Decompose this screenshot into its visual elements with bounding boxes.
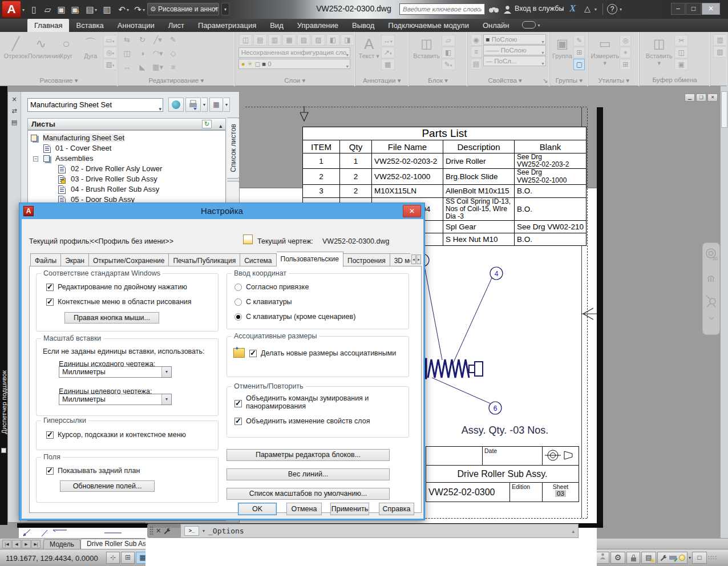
status-tray-bulb-icon[interactable] [679, 555, 685, 561]
tab-user-preferences[interactable]: Пользовательские [277, 252, 344, 267]
snap-priority-radio[interactable] [234, 284, 242, 291]
layer-off-icon[interactable]: ▧ [297, 34, 311, 46]
connect-icon[interactable] [522, 21, 536, 29]
sheet-selections-button[interactable]: ▦ [209, 98, 223, 112]
layer-match-icon[interactable]: ◧ [326, 34, 340, 46]
sheet-set-combo-arrow[interactable]: ▾ [159, 103, 161, 115]
print-dropdown-icon[interactable]: ▾ [201, 98, 208, 112]
source-units-combo[interactable]: Миллиметры▾ [59, 366, 172, 378]
plot-dropdown-icon[interactable]: ▾ [95, 7, 97, 13]
layer-combo[interactable]: ● ☀ ◻ ■ 0▾ [238, 59, 350, 69]
tree-item-sheet-04[interactable]: 04 - Brush Roller Sub Assy [28, 185, 225, 195]
panel-draw-label[interactable]: Рисование ▾ [0, 76, 118, 86]
open-drawing-icon[interactable]: ▱ [42, 4, 53, 15]
drawing-restore-button[interactable]: ❑ [696, 94, 706, 102]
panel-properties-label[interactable]: Свойства ▾ ↘ [468, 76, 550, 86]
hatch-tool-icon[interactable]: ▨▾ [103, 59, 117, 70]
quick-select-icon[interactable]: ⌖ [620, 47, 631, 58]
cut-icon[interactable]: ✂ [674, 35, 688, 46]
command-input-area[interactable]: >_ ▾ _Options ▴ [180, 524, 579, 538]
line-tool[interactable]: ╱Отрезок [3, 33, 28, 71]
ok-button[interactable]: OK [238, 503, 277, 515]
prev-layout-button[interactable]: ◀ [12, 540, 21, 548]
status-menu-arrow-icon[interactable]: ▾ [689, 555, 691, 560]
lock-ui-button[interactable] [626, 552, 640, 564]
recent-commands-arrow-icon[interactable]: ▾ [203, 528, 205, 533]
block-attributes-icon[interactable]: ◧ [442, 47, 455, 58]
status-tray-wrench-icon[interactable] [660, 554, 668, 562]
target-units-combo[interactable]: Миллиметры▾ [59, 394, 172, 405]
field-background-checkbox[interactable] [46, 467, 54, 475]
minimize-button[interactable]: – [671, 3, 685, 15]
table-tool-icon[interactable]: ▦ [381, 59, 395, 70]
move-icon[interactable]: ⇆ [119, 34, 135, 47]
tab-scroll-right-icon[interactable]: ▸ [416, 254, 421, 264]
explode-icon[interactable]: ◇ [165, 47, 181, 61]
layer-state-icon[interactable]: ▤ [253, 34, 267, 46]
dimension-tool-icon[interactable]: ↔▾ [381, 35, 395, 46]
group-selection-toggle-icon[interactable]: ▢ [573, 59, 585, 70]
properties-dialog-launcher-icon[interactable]: ↘ [543, 76, 548, 84]
palette-properties-icon[interactable]: ▤ [8, 119, 21, 126]
navigation-bar[interactable]: 2D [702, 242, 720, 335]
ungroup-icon[interactable]: ⊞ [573, 47, 585, 58]
tree-item-assemblies[interactable]: − Assemblies [28, 154, 225, 164]
lineweight-settings-button[interactable]: Вес линий... [227, 468, 390, 480]
search-icon[interactable] [488, 6, 500, 14]
mirror-icon[interactable]: ◑ [135, 47, 150, 61]
ribbon-tab-home[interactable]: Главная [27, 19, 69, 32]
quick-calc-icon[interactable]: ⊞ [620, 59, 631, 70]
signin-button[interactable]: Вход в службы [515, 5, 564, 13]
undo-icon[interactable]: ↶ [116, 4, 127, 15]
snap-toggle[interactable]: ⊹ [106, 552, 120, 564]
search-input[interactable] [399, 3, 485, 15]
ribbon-tab-plugins[interactable]: Подключаемые модули [381, 19, 476, 32]
model-tab[interactable]: Модель [43, 539, 80, 549]
erase-icon[interactable]: ✎ [165, 34, 181, 47]
measure-tool[interactable]: ▭Измерить ▾ [591, 33, 619, 71]
sheet-list-tab[interactable]: Список листов [227, 118, 240, 179]
tab-scroll-left-icon[interactable]: ◂ [411, 254, 416, 264]
autodesk360-icon[interactable]: △ [584, 4, 591, 13]
overflow-icon-1[interactable]: ▥ [713, 34, 727, 46]
palette-title-strip[interactable]: Диспетчер подшивок [0, 86, 7, 525]
command-close-icon[interactable]: ✕ [156, 527, 161, 535]
palette-autohide-icon[interactable]: ⇄ [8, 107, 21, 115]
status-tray-plot-icon[interactable]: ✓ [669, 554, 678, 562]
ribbon-tab-view[interactable]: Вид [263, 19, 290, 32]
redo-dropdown-icon[interactable]: ▾ [143, 7, 145, 13]
drawing-close-button[interactable]: ✕ [707, 94, 718, 102]
ribbon-tab-parametric[interactable]: Параметризация [191, 19, 263, 32]
panel-utilities-label[interactable]: Утилиты ▾ [588, 76, 639, 86]
lineweight-combo[interactable]: — ПоСл...▾ [483, 56, 546, 66]
tab-files[interactable]: Файлы [30, 253, 61, 267]
tab-system[interactable]: Система [240, 253, 276, 267]
vertical-scrollbar[interactable] [720, 86, 728, 538]
print-sheet-set-button[interactable] [185, 98, 201, 112]
application-menu-button[interactable]: A [2, 1, 21, 18]
paste-tool[interactable]: ◫Вставить ▾ [644, 33, 674, 71]
command-customize-wrench-icon[interactable] [163, 527, 171, 535]
workspace-switcher[interactable]: ⚙ Рисование и аннотации ▾ [147, 3, 219, 15]
rectangle-tool-icon[interactable]: ▭▾ [103, 35, 117, 46]
match-properties-icon[interactable]: ◉ [471, 34, 482, 46]
panel-block-label[interactable]: Блок ▾ [409, 76, 467, 86]
application-menu-arrow-icon[interactable]: ▾ [22, 7, 25, 13]
redo-icon[interactable]: ↷ [132, 4, 143, 15]
copy-icon[interactable]: ◫ [119, 47, 135, 61]
layer-isolate-icon[interactable]: ▥ [268, 34, 282, 46]
tab-display[interactable]: Экран [61, 253, 89, 267]
sheet-selections-dropdown-icon[interactable]: ▾ [224, 98, 230, 112]
combine-zoom-pan-checkbox[interactable] [234, 400, 242, 407]
undo-dropdown-icon[interactable]: ▾ [127, 7, 129, 13]
command-prompt-icon[interactable]: >_ [184, 526, 199, 536]
dialog-close-button[interactable]: ✕ [403, 205, 421, 217]
context-menus-checkbox[interactable] [46, 298, 54, 306]
hardware-acceleration-button[interactable]: ▤ [641, 552, 656, 564]
ellipse-tool-icon[interactable]: ◎▾ [103, 47, 117, 58]
command-line[interactable]: ✕ >_ ▾ _Options ▴ [147, 524, 579, 538]
save-icon[interactable]: ▣ [56, 4, 67, 15]
palette-strip-icon[interactable] [1, 448, 6, 453]
create-block-icon[interactable]: ▱ [442, 35, 455, 46]
combine-layer-props-checkbox[interactable] [234, 418, 242, 425]
